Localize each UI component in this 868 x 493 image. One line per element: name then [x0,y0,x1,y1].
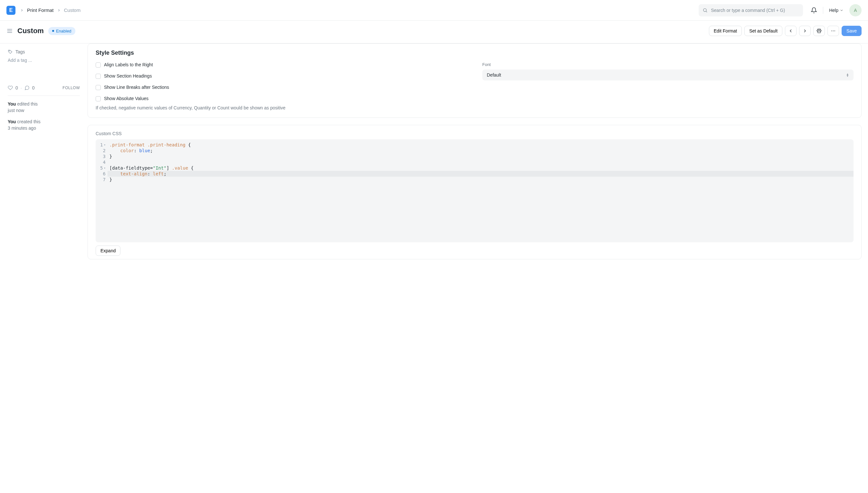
expand-button[interactable]: Expand [96,245,121,256]
fold-icon[interactable]: ▾ [104,143,105,147]
menu-icon[interactable] [6,28,13,34]
likes-count: 0 [16,85,18,90]
custom-css-label: Custom CSS [96,131,853,136]
checkbox-label: Show Line Breaks after Sections [104,85,169,90]
breadcrumb-current: Custom [64,7,81,13]
activity-edited: You edited this just now [8,101,80,113]
edit-format-button[interactable]: Edit Format [709,26,742,36]
show-absolute-checkbox-row[interactable]: Show Absolute Values [96,96,467,101]
activity-action: edited this [16,101,38,107]
comment-icon[interactable] [24,85,29,90]
add-tag-input[interactable]: Add a tag ... [8,58,80,63]
checkbox-label: Align Labels to the Right [104,62,153,67]
svg-point-0 [703,8,706,11]
bell-icon[interactable] [811,7,817,14]
sidebar: Tags Add a tag ... 0 · 0 FOLLOW You edit… [0,43,88,274]
chevron-right-icon [57,8,61,12]
search-box[interactable] [699,4,803,16]
app-logo[interactable]: E [6,6,16,15]
activity-action: created this [16,119,40,124]
titlebar: Custom Enabled Edit Format Set as Defaul… [0,21,868,43]
activity-user: You [8,101,16,107]
main: Tags Add a tag ... 0 · 0 FOLLOW You edit… [0,43,868,274]
help-menu[interactable]: Help [829,8,844,13]
align-labels-checkbox-row[interactable]: Align Labels to the Right [96,62,467,68]
svg-point-10 [9,50,10,51]
fold-icon[interactable]: ▾ [104,166,105,170]
search-icon [702,8,708,13]
breadcrumb-parent[interactable]: Print Format [27,7,54,13]
activity-when: just now [8,107,80,114]
select-arrows-icon: ▲▼ [846,73,849,77]
chevron-right-icon [20,8,24,12]
svg-point-9 [834,30,835,31]
style-left-col: Align Labels to the Right Show Section H… [96,62,467,110]
follow-button[interactable]: FOLLOW [62,86,80,90]
checkbox-label: Show Absolute Values [104,96,148,101]
print-button[interactable] [813,26,825,36]
heart-icon[interactable] [8,85,13,90]
code-body[interactable]: .print-format .print-heading { color: bl… [108,140,853,242]
font-select[interactable]: Default ▲▼ [482,69,853,81]
help-label: Help [829,8,839,13]
svg-line-1 [706,11,707,12]
breadcrumb: Print Format Custom [20,7,81,13]
checkbox-icon[interactable] [96,62,101,68]
activity-user: You [8,119,16,124]
activity-created: You created this 3 minutes ago [8,119,80,131]
svg-rect-6 [818,31,820,33]
font-selected-value: Default [487,72,501,78]
svg-point-8 [833,30,833,31]
reactions-separator: · [21,85,22,90]
tags-heading: Tags [8,49,80,55]
status-text: Enabled [56,29,71,34]
code-editor[interactable]: 1▾ 2 3 4 5▾ 6 7 .print-format .print-hea… [96,140,853,242]
search-input[interactable] [711,8,799,13]
nav-right: Help A [811,4,862,16]
activity-when: 3 minutes ago [8,125,80,132]
show-line-breaks-checkbox-row[interactable]: Show Line Breaks after Sections [96,85,467,90]
checkbox-icon[interactable] [96,96,101,101]
custom-css-card: Custom CSS 1▾ 2 3 4 5▾ 6 7 .print-format… [88,125,862,259]
absolute-help-text: If checked, negative numeric values of C… [96,105,467,110]
next-button[interactable] [799,26,811,36]
show-sections-checkbox-row[interactable]: Show Section Headings [96,73,467,79]
prev-button[interactable] [785,26,797,36]
tags-label: Tags [16,49,25,55]
tag-icon [8,49,13,55]
font-label: Font [482,62,853,67]
status-dot-icon [52,30,54,32]
checkbox-icon[interactable] [96,85,101,90]
avatar-letter: A [854,8,857,13]
style-right-col: Font Default ▲▼ [482,62,853,110]
style-settings-card: Style Settings Align Labels to the Right… [88,43,862,118]
sidebar-divider [8,95,80,96]
more-menu-button[interactable] [827,26,839,36]
nav-divider [823,7,823,14]
comments-count: 0 [32,85,35,90]
page-title: Custom [17,27,44,35]
status-badge[interactable]: Enabled [48,27,75,35]
checkbox-icon[interactable] [96,74,101,79]
save-button[interactable]: Save [842,26,862,36]
code-gutter: 1▾ 2 3 4 5▾ 6 7 [96,140,108,242]
logo-letter: E [9,7,13,13]
content: Style Settings Align Labels to the Right… [88,43,868,274]
navbar: E Print Format Custom Help A [0,0,868,21]
checkbox-label: Show Section Headings [104,73,152,79]
svg-point-7 [831,30,832,31]
avatar[interactable]: A [849,4,862,16]
section-title: Style Settings [96,49,853,56]
set-as-default-button[interactable]: Set as Default [744,26,782,36]
reactions-row: 0 · 0 FOLLOW [8,85,80,90]
